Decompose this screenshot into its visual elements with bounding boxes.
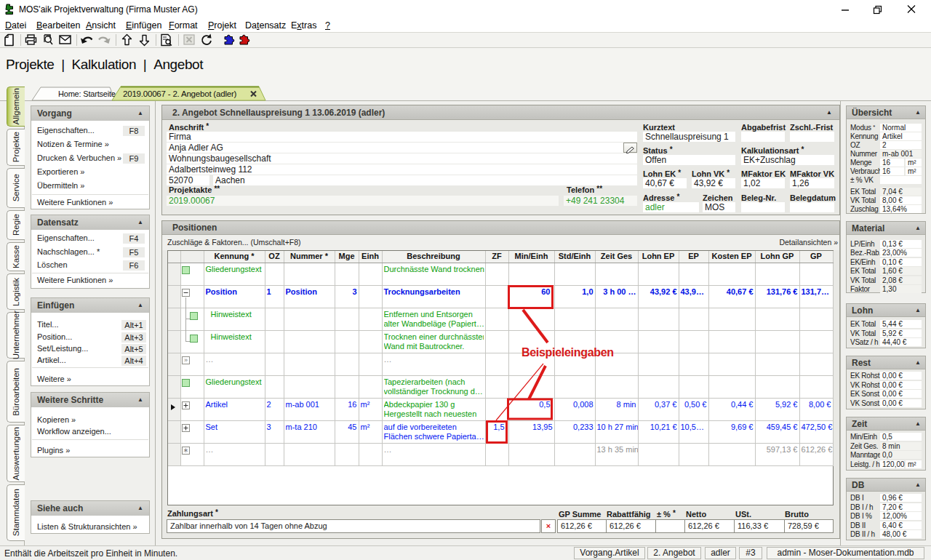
svg-text:2019.00067 - 2. Angebot (adler: 2019.00067 - 2. Angebot (adler)	[123, 89, 237, 98]
svg-text:Home: Startseite: Home: Startseite	[58, 89, 116, 98]
